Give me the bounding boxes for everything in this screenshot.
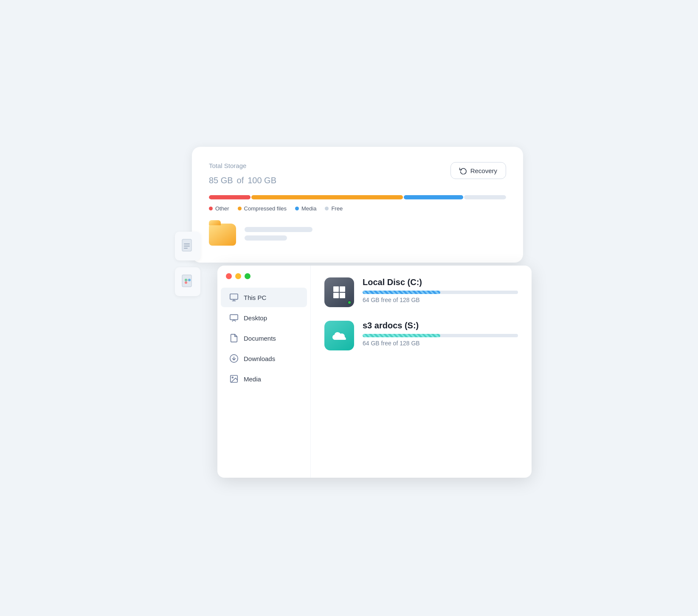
file-preview-area bbox=[209, 224, 506, 246]
traffic-light-yellow[interactable] bbox=[235, 273, 241, 279]
monitor-icon bbox=[229, 293, 239, 302]
storage-legend: Other Compressed files Media Free bbox=[209, 205, 506, 212]
svg-rect-13 bbox=[230, 315, 238, 320]
file-icon-doc bbox=[175, 232, 200, 260]
sidebar-item-documents[interactable]: Documents bbox=[221, 328, 307, 348]
local-drive-free: 64 GB free of 128 GB bbox=[363, 297, 518, 303]
dot-free bbox=[325, 207, 329, 210]
sidebar-item-this-pc[interactable]: This PC bbox=[221, 288, 307, 307]
sidebar-item-media[interactable]: Media bbox=[221, 369, 307, 389]
file-manager-main: Local Disc (C:) 64 GB free of 128 GB s3 … bbox=[311, 266, 532, 478]
local-drive-fill bbox=[363, 291, 440, 294]
sidebar-label-downloads: Downloads bbox=[244, 355, 275, 362]
legend-other-label: Other bbox=[215, 205, 229, 212]
dot-compressed bbox=[238, 207, 242, 210]
svg-point-17 bbox=[232, 377, 233, 378]
legend-free-label: Free bbox=[331, 205, 343, 212]
windows-logo bbox=[333, 286, 345, 298]
local-drive-progress-bar bbox=[363, 291, 518, 294]
traffic-lights bbox=[217, 266, 310, 285]
folder-icon bbox=[209, 224, 236, 246]
sidebar-label-desktop: Desktop bbox=[244, 314, 267, 322]
desktop-icon bbox=[229, 313, 239, 322]
cloud-drive-progress-bar bbox=[363, 334, 518, 337]
svg-rect-10 bbox=[230, 294, 238, 300]
local-drive-icon bbox=[324, 277, 354, 307]
storage-used: 85 GB bbox=[209, 176, 233, 185]
cloud-drive-icon bbox=[324, 321, 354, 350]
cloud-drive-name: s3 ardocs (S:) bbox=[363, 321, 518, 330]
bar-free bbox=[464, 195, 506, 199]
dot-other bbox=[209, 207, 213, 210]
sidebar-item-desktop[interactable]: Desktop bbox=[221, 308, 307, 328]
storage-info: Total Storage 85 GB of 100 GB bbox=[209, 162, 276, 187]
legend-other: Other bbox=[209, 205, 229, 212]
win-pane-2 bbox=[340, 286, 345, 292]
storage-amount: 85 GB of 100 GB bbox=[209, 171, 276, 187]
drive-local: Local Disc (C:) 64 GB free of 128 GB bbox=[324, 277, 518, 307]
storage-of: of bbox=[237, 176, 244, 185]
cloud-drive-free: 64 GB free of 128 GB bbox=[363, 340, 518, 347]
local-drive-name: Local Disc (C:) bbox=[363, 277, 518, 287]
legend-free: Free bbox=[325, 205, 343, 212]
file-manager: This PC Desktop Documents bbox=[217, 266, 532, 478]
placeholder-line-2 bbox=[245, 235, 287, 241]
storage-total: 100 GB bbox=[248, 176, 276, 185]
sidebar-label-media: Media bbox=[244, 375, 261, 383]
sidebar-nav: This PC Desktop Documents bbox=[217, 285, 310, 478]
file-icon-diagram bbox=[175, 267, 200, 296]
cloud-drive-info: s3 ardocs (S:) 64 GB free of 128 GB bbox=[363, 321, 518, 347]
drive-cloud: s3 ardocs (S:) 64 GB free of 128 GB bbox=[324, 321, 518, 350]
traffic-light-red[interactable] bbox=[226, 273, 232, 279]
media-icon bbox=[229, 374, 239, 384]
svg-rect-0 bbox=[182, 239, 191, 251]
recovery-icon bbox=[459, 167, 467, 174]
recovery-button[interactable]: Recovery bbox=[450, 162, 506, 179]
doc-svg-icon bbox=[181, 238, 194, 254]
legend-compressed: Compressed files bbox=[238, 205, 287, 212]
diagram-svg-icon bbox=[181, 274, 194, 289]
cloud-svg-icon bbox=[332, 330, 347, 342]
win-pane-4 bbox=[340, 293, 345, 298]
documents-icon bbox=[229, 333, 239, 343]
sidebar-item-downloads[interactable]: Downloads bbox=[221, 349, 307, 368]
downloads-icon bbox=[229, 354, 239, 363]
legend-media: Media bbox=[295, 205, 316, 212]
recovery-label: Recovery bbox=[470, 167, 497, 174]
left-file-icons bbox=[175, 232, 200, 296]
bar-media bbox=[404, 195, 463, 199]
placeholder-line-1 bbox=[245, 227, 312, 232]
storage-title: Total Storage bbox=[209, 162, 276, 169]
placeholder-lines bbox=[245, 224, 312, 241]
local-drive-info: Local Disc (C:) 64 GB free of 128 GB bbox=[363, 277, 518, 303]
drive-active-dot bbox=[347, 300, 352, 305]
cloud-drive-fill bbox=[363, 334, 440, 337]
storage-bar bbox=[209, 195, 506, 199]
win-pane-3 bbox=[333, 293, 339, 298]
sidebar-label-documents: Documents bbox=[244, 335, 276, 342]
traffic-light-green[interactable] bbox=[245, 273, 250, 279]
legend-compressed-label: Compressed files bbox=[244, 205, 287, 212]
bar-compressed bbox=[251, 195, 403, 199]
storage-header: Total Storage 85 GB of 100 GB Recovery bbox=[209, 162, 506, 187]
sidebar-label-this-pc: This PC bbox=[244, 294, 266, 301]
storage-card: Total Storage 85 GB of 100 GB Recovery bbox=[192, 147, 523, 263]
win-pane-1 bbox=[333, 286, 339, 292]
file-manager-sidebar: This PC Desktop Documents bbox=[217, 266, 311, 478]
dot-media bbox=[295, 207, 299, 210]
bar-other bbox=[209, 195, 250, 199]
legend-media-label: Media bbox=[301, 205, 316, 212]
